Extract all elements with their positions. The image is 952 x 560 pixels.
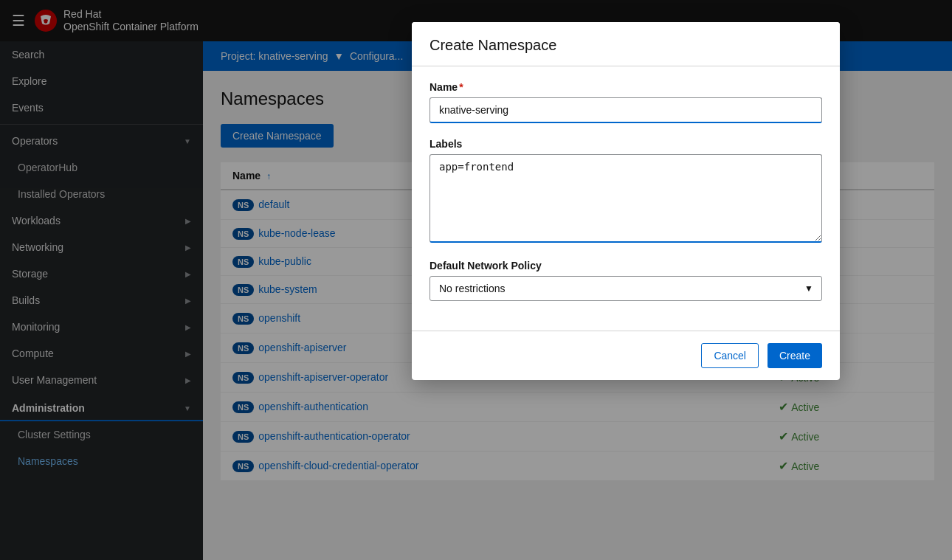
name-label: Name* [430, 81, 822, 93]
labels-input[interactable] [430, 154, 822, 243]
network-policy-label: Default Network Policy [430, 260, 822, 272]
labels-field-group: Labels [430, 138, 822, 245]
network-policy-select[interactable]: No restrictions Allow all Deny all [430, 276, 822, 301]
network-policy-select-wrapper: No restrictions Allow all Deny all ▼ [430, 276, 822, 301]
create-namespace-modal: Create Namespace Name* Labels Default Ne… [412, 22, 840, 380]
labels-label: Labels [430, 138, 822, 150]
modal-header: Create Namespace [412, 22, 840, 66]
modal-title: Create Namespace [430, 37, 822, 54]
cancel-button[interactable]: Cancel [701, 343, 759, 368]
create-button[interactable]: Create [768, 343, 822, 368]
name-field-group: Name* [430, 81, 822, 123]
modal-body: Name* Labels Default Network Policy No r… [412, 66, 840, 331]
name-input[interactable] [430, 97, 822, 123]
network-policy-field-group: Default Network Policy No restrictions A… [430, 260, 822, 301]
modal-footer: Cancel Create [412, 331, 840, 380]
